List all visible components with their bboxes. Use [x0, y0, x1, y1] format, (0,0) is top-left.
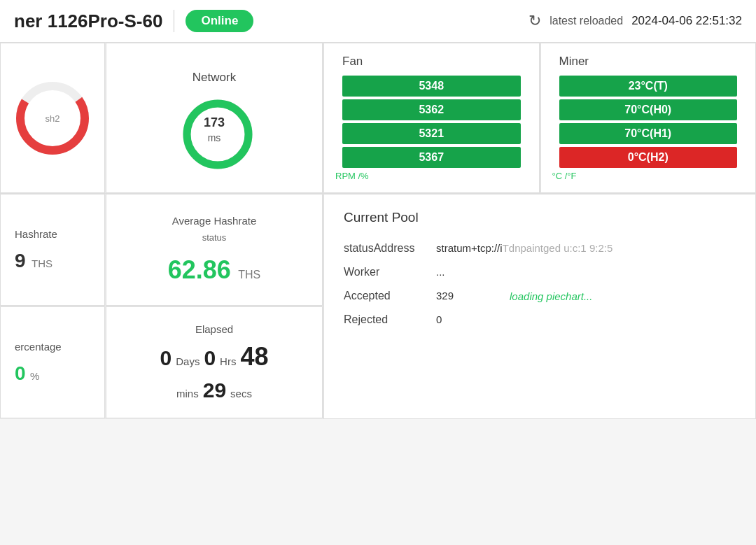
card-network: Network 173 ms [106, 43, 323, 193]
elapsed-hrs-val: 0 [204, 346, 216, 370]
network-ms-value: 173 [204, 115, 225, 129]
pool-title: Current Pool [344, 210, 419, 225]
miner-label: Miner [552, 55, 589, 69]
left-col: Hashrate 9 THS ercentage 0 % [0, 194, 105, 418]
network-value-display: 173 ms [204, 115, 225, 146]
piechart-placeholder: loading piechart... [510, 290, 592, 302]
card-avg-hashrate: Average Hashrate status 62.86 THS [106, 194, 323, 306]
fan-values: 5348 5362 5321 5367 [335, 76, 528, 168]
avg-hashrate-title: Average Hashrate [172, 215, 257, 227]
card-elapsed: Elapsed 0 Days 0 Hrs 48 mins 29 secs [106, 306, 323, 418]
elapsed-hrs-unit: Hrs [220, 355, 236, 367]
elapsed-secs-unit: secs [230, 388, 252, 399]
pct-unit: % [30, 370, 39, 382]
pct-value: 0 [15, 362, 26, 384]
pool-accepted-key: Accepted [344, 290, 428, 302]
elapsed-days-unit: Days [176, 355, 200, 367]
network-ring: 173 ms [179, 96, 249, 166]
status-badge: Online [186, 10, 253, 32]
fan-bar-0: 5348 [342, 76, 521, 97]
pool-worker-row: Worker ... [344, 266, 736, 278]
pool-status-row: statusAddress stratum+tcp://iTdnpaintged… [344, 242, 736, 255]
latest-label: latest reloaded [550, 15, 623, 27]
elapsed-mins-unit: mins [176, 388, 199, 399]
refresh-icon[interactable]: ↻ [528, 12, 541, 30]
network-label: Network [192, 71, 236, 85]
avg-label: Average Hashrate [172, 215, 257, 227]
avg-sublabel: status [202, 232, 227, 243]
miner-temp-1: 70°C(H0) [559, 99, 738, 120]
fan-unit: RPM /% [335, 171, 376, 181]
pool-rejected-val: 0 [436, 313, 442, 325]
page-title: ner 1126Pro-S-60 [14, 10, 162, 32]
pool-status-val: stratum+tcp://iTdnpaintged u:c:1 9:2:5 [436, 242, 612, 254]
elapsed-values: 0 Days 0 Hrs 48 [160, 342, 269, 371]
fan-label: Fan [335, 55, 363, 69]
fan-bar-1: 5362 [342, 99, 521, 120]
elapsed-days-val: 0 [160, 346, 172, 370]
card-pool: Current Pool statusAddress stratum+tcp:/… [323, 194, 756, 419]
miner-temp-2: 70°C(H1) [559, 123, 738, 144]
header: ner 1126Pro-S-60 Online ↻ latest reloade… [0, 0, 756, 43]
pool-accepted-row: Accepted 329 loading piechart... [344, 290, 736, 302]
hashrate-unit: THS [31, 257, 52, 269]
avg-unit: THS [238, 269, 260, 281]
card-fan: Fan 5348 5362 5321 5367 RPM /% [323, 43, 540, 193]
miner-temp-3: 0°C(H2) [559, 147, 738, 168]
card-percentage: ercentage 0 % [0, 306, 105, 418]
card-hashrate: Hashrate 9 THS [0, 194, 105, 306]
pct-label: ercentage [15, 341, 62, 353]
miner-values: 23°C(T) 70°C(H0) 70°C(H1) 0°C(H2) [552, 76, 745, 168]
pool-rejected-key: Rejected [344, 313, 428, 326]
elapsed-row2: mins 29 secs [176, 378, 252, 402]
hashrate-label: Hashrate [15, 228, 57, 240]
timestamp: 2024-04-06 22:51:32 [631, 14, 742, 28]
header-divider [174, 10, 174, 32]
middle-col: Average Hashrate status 62.86 THS Elapse… [106, 194, 323, 418]
pool-worker-val: ... [436, 266, 445, 278]
network-ms-unit: ms [208, 133, 221, 144]
fan-bar-3: 5367 [342, 147, 521, 168]
card-hash2: sh2 [0, 43, 105, 193]
header-right: ↻ latest reloaded 2024-04-06 22:51:32 [528, 12, 742, 30]
elapsed-mins-val: 48 [240, 342, 268, 371]
pool-accepted-val: 329 [436, 290, 454, 302]
elapsed-secs-val: 29 [203, 378, 226, 402]
elapsed-title: Elapsed [195, 323, 233, 335]
hashrate-value: 9 [15, 250, 26, 271]
card-miner: Miner 23°C(T) 70°C(H0) 70°C(H1) 0°C(H2) … [540, 43, 757, 193]
miner-unit: °C /°F [552, 171, 584, 181]
pool-status-key: statusAddress [344, 242, 428, 255]
miner-temp-0: 23°C(T) [559, 76, 738, 97]
pool-worker-key: Worker [344, 266, 428, 278]
pool-rejected-row: Rejected 0 [344, 313, 736, 326]
fan-bar-2: 5321 [342, 123, 521, 144]
hash2-label: sh2 [46, 113, 60, 123]
avg-value: 62.86 [168, 255, 231, 284]
